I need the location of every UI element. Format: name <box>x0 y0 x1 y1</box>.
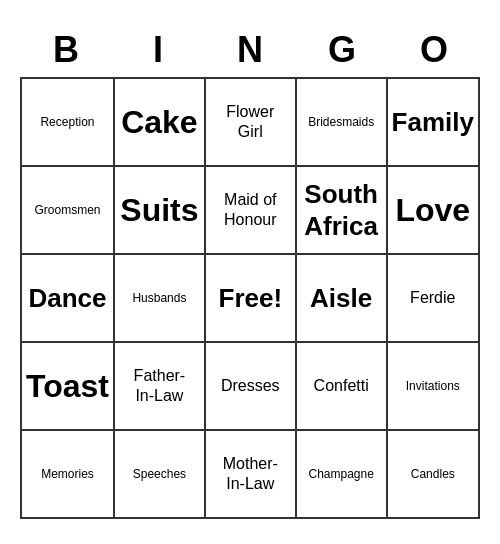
cell-text: Family <box>392 106 474 139</box>
header-letter: G <box>296 25 388 75</box>
bingo-cell: Dance <box>22 255 115 343</box>
bingo-cell: Dresses <box>206 343 297 431</box>
bingo-cell: Free! <box>206 255 297 343</box>
bingo-cell: Speeches <box>115 431 206 519</box>
header-letter: O <box>388 25 480 75</box>
header-letter: B <box>20 25 112 75</box>
bingo-cell: Love <box>388 167 480 255</box>
cell-text: Mother- In-Law <box>223 454 278 494</box>
bingo-cell: Family <box>388 79 480 167</box>
cell-text: Dresses <box>221 376 280 396</box>
cell-text: Suits <box>120 190 198 230</box>
cell-text: Reception <box>40 115 94 130</box>
cell-text: Father- In-Law <box>134 366 186 406</box>
cell-text: Cake <box>121 102 198 142</box>
bingo-cell: Father- In-Law <box>115 343 206 431</box>
cell-text: Groomsmen <box>34 203 100 218</box>
bingo-cell: Flower Girl <box>206 79 297 167</box>
bingo-cell: Cake <box>115 79 206 167</box>
bingo-card: BINGO ReceptionCakeFlower GirlBridesmaid… <box>10 15 490 529</box>
header-letter: N <box>204 25 296 75</box>
cell-text: Candles <box>411 467 455 482</box>
bingo-cell: Ferdie <box>388 255 480 343</box>
bingo-cell: Toast <box>22 343 115 431</box>
cell-text: Ferdie <box>410 288 455 308</box>
bingo-cell: Confetti <box>297 343 388 431</box>
cell-text: Toast <box>26 366 109 406</box>
bingo-cell: Husbands <box>115 255 206 343</box>
bingo-cell: Candles <box>388 431 480 519</box>
bingo-cell: Aisle <box>297 255 388 343</box>
bingo-header: BINGO <box>20 25 480 75</box>
cell-text: Dance <box>28 282 106 315</box>
bingo-cell: Groomsmen <box>22 167 115 255</box>
bingo-cell: Memories <box>22 431 115 519</box>
bingo-cell: Champagne <box>297 431 388 519</box>
cell-text: South Africa <box>304 178 378 243</box>
cell-text: Speeches <box>133 467 186 482</box>
cell-text: Love <box>395 190 470 230</box>
header-letter: I <box>112 25 204 75</box>
cell-text: Aisle <box>310 282 372 315</box>
bingo-grid: ReceptionCakeFlower GirlBridesmaidsFamil… <box>20 77 480 519</box>
cell-text: Bridesmaids <box>308 115 374 130</box>
bingo-cell: Maid of Honour <box>206 167 297 255</box>
cell-text: Champagne <box>308 467 373 482</box>
cell-text: Memories <box>41 467 94 482</box>
cell-text: Invitations <box>406 379 460 394</box>
bingo-cell: Invitations <box>388 343 480 431</box>
cell-text: Husbands <box>132 291 186 306</box>
bingo-cell: Bridesmaids <box>297 79 388 167</box>
cell-text: Maid of Honour <box>224 190 276 230</box>
cell-text: Confetti <box>314 376 369 396</box>
bingo-cell: Suits <box>115 167 206 255</box>
bingo-cell: Reception <box>22 79 115 167</box>
bingo-cell: South Africa <box>297 167 388 255</box>
cell-text: Free! <box>219 282 283 315</box>
bingo-cell: Mother- In-Law <box>206 431 297 519</box>
cell-text: Flower Girl <box>226 102 274 142</box>
